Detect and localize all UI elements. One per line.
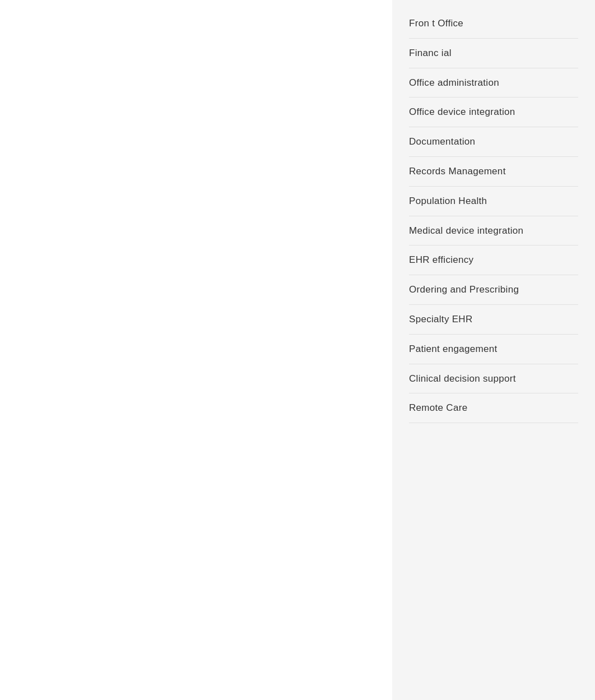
menu-item-remote-care[interactable]: Remote Care (409, 393, 578, 423)
menu-item-patient-engagement[interactable]: Patient engagement (409, 335, 578, 364)
menu-item-ordering-prescribing[interactable]: Ordering and Prescribing (409, 275, 578, 305)
menu-item-front-office[interactable]: Fron t Office (409, 11, 578, 39)
menu-item-records-management[interactable]: Records Management (409, 157, 578, 187)
right-panel: Fron t OfficeFinanc ialOffice administra… (392, 0, 595, 700)
menu-item-specialty-ehr[interactable]: Specialty EHR (409, 305, 578, 335)
menu-item-office-administration[interactable]: Office administration (409, 68, 578, 98)
menu-item-office-device-integration[interactable]: Office device integration (409, 98, 578, 127)
left-panel (0, 0, 392, 700)
menu-item-documentation[interactable]: Documentation (409, 127, 578, 157)
menu-item-financial[interactable]: Financ ial (409, 39, 578, 68)
page-container: Fron t OfficeFinanc ialOffice administra… (0, 0, 595, 700)
menu-item-population-health[interactable]: Population Health (409, 187, 578, 216)
menu-item-clinical-decision-support[interactable]: Clinical decision support (409, 364, 578, 394)
menu-item-medical-device-integration[interactable]: Medical device integration (409, 216, 578, 246)
menu-item-ehr-efficiency[interactable]: EHR efficiency (409, 245, 578, 275)
